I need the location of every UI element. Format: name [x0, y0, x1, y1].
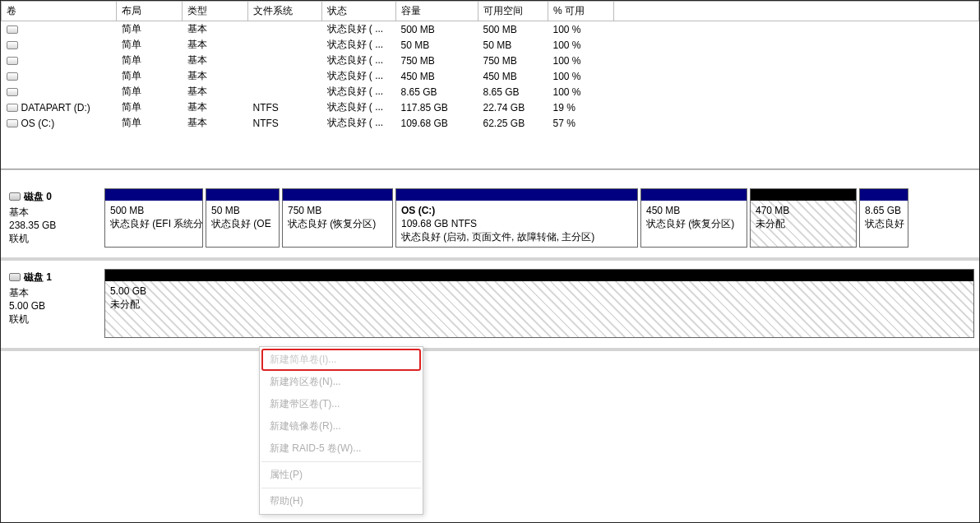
menu-new-spanned-volume[interactable]: 新建跨区卷(N)... [261, 371, 421, 393]
cell-type: 基本 [183, 115, 248, 131]
disk-row-1[interactable]: 磁盘 1 基本 5.00 GB 联机 5.00 GB 未分配 [1, 261, 979, 351]
disk1-unallocated[interactable]: 5.00 GB 未分配 [104, 269, 974, 338]
disk-title-1: 磁盘 1 [24, 271, 52, 284]
table-row[interactable]: 简单基本状态良好 ( ...8.65 GB8.65 GB100 % [2, 84, 979, 100]
menu-new-raid5-volume[interactable]: 新建 RAID-5 卷(W)... [261, 437, 421, 462]
cell-type: 基本 [183, 68, 248, 84]
cell-status: 状态良好 ( ... [322, 68, 396, 84]
menu-properties[interactable]: 属性(P) [261, 464, 421, 488]
partition-status: 状态良好 (恢复分区) [288, 217, 387, 230]
col-volume[interactable]: 卷 [2, 2, 117, 21]
partition-title: OS (C:) [401, 204, 632, 217]
table-row[interactable]: 简单基本状态良好 ( ...500 MB500 MB100 % [2, 21, 979, 38]
cell-filesystem [248, 84, 322, 100]
volume-icon [7, 25, 18, 34]
table-row[interactable]: 简单基本状态良好 ( ...750 MB750 MB100 % [2, 53, 979, 68]
cell-free: 62.25 GB [478, 115, 548, 131]
partition-status: 状态良好 [865, 217, 903, 230]
partition-size: 500 MB [110, 204, 197, 217]
partition-size: 470 MB [756, 204, 851, 217]
col-filesystem[interactable]: 文件系统 [248, 2, 322, 21]
partition-status: 未分配 [110, 298, 968, 311]
table-row[interactable]: 简单基本状态良好 ( ...450 MB450 MB100 % [2, 68, 979, 84]
context-menu[interactable]: 新建简单卷(I)... 新建跨区卷(N)... 新建带区卷(T)... 新建镜像… [259, 346, 423, 515]
disk-type-0: 基本 [9, 206, 101, 219]
cell-status: 状态良好 ( ... [322, 21, 396, 38]
volume-icon [7, 104, 18, 112]
column-header-row[interactable]: 卷 布局 类型 文件系统 状态 容量 可用空间 % 可用 [2, 2, 979, 21]
cell-status: 状态良好 ( ... [322, 115, 396, 131]
disk1-partitions: 5.00 GB 未分配 [104, 269, 974, 338]
col-type[interactable]: 类型 [183, 2, 248, 21]
partition[interactable]: 8.65 GB状态良好 [859, 188, 908, 248]
disk0-partitions: 500 MB状态良好 (EFI 系统分区)50 MB状态良好 (OE750 MB… [104, 188, 974, 248]
col-status[interactable]: 状态 [322, 2, 396, 21]
disks-graphical-panel: 磁盘 0 基本 238.35 GB 联机 500 MB状态良好 (EFI 系统分… [1, 169, 979, 351]
table-row[interactable]: 简单基本状态良好 ( ...50 MB50 MB100 % [2, 37, 979, 53]
disk-icon [9, 273, 21, 281]
cell-capacity: 500 MB [396, 21, 478, 38]
partition[interactable]: 50 MB状态良好 (OE [206, 188, 280, 248]
cell-status: 状态良好 ( ... [322, 84, 396, 100]
cell-layout: 简单 [117, 84, 183, 100]
disk-state-0: 联机 [9, 232, 101, 245]
cell-capacity: 750 MB [396, 53, 478, 68]
partition-header-bar [206, 189, 279, 201]
partition-size: 8.65 GB [865, 204, 903, 217]
partition-size: 750 MB [288, 204, 387, 217]
partition-status: 状态良好 (恢复分区) [646, 217, 742, 230]
cell-filesystem: NTFS [248, 100, 322, 115]
disk-info-0: 磁盘 0 基本 238.35 GB 联机 [6, 188, 104, 248]
menu-new-mirrored-volume[interactable]: 新建镜像卷(R)... [261, 415, 421, 437]
cell-type: 基本 [183, 84, 248, 100]
cell-type: 基本 [183, 100, 248, 115]
partition[interactable]: OS (C:)109.68 GB NTFS状态良好 (启动, 页面文件, 故障转… [395, 188, 638, 248]
cell-capacity: 109.68 GB [396, 115, 478, 131]
partition[interactable]: 750 MB状态良好 (恢复分区) [282, 188, 393, 248]
partition-header-bar [641, 189, 747, 201]
cell-status: 状态良好 ( ... [322, 100, 396, 115]
cell-layout: 简单 [117, 37, 183, 53]
partition-header-bar [860, 189, 908, 201]
cell-capacity: 117.85 GB [396, 100, 478, 115]
volume-icon [7, 72, 18, 81]
menu-help[interactable]: 帮助(H) [261, 490, 421, 512]
cell-type: 基本 [183, 37, 248, 53]
disk-state-1: 联机 [9, 312, 101, 326]
partition-status: 状态良好 (启动, 页面文件, 故障转储, 主分区) [401, 230, 632, 243]
disk-size-0: 238.35 GB [9, 219, 101, 232]
cell-pct: 57 % [548, 115, 614, 131]
disk-row-0[interactable]: 磁盘 0 基本 238.35 GB 联机 500 MB状态良好 (EFI 系统分… [1, 170, 979, 261]
partition-size: 50 MB [211, 204, 274, 217]
col-pct[interactable]: % 可用 [548, 2, 614, 21]
volume-table[interactable]: 卷 布局 类型 文件系统 状态 容量 可用空间 % 可用 简单基本状态良好 ( … [1, 1, 979, 131]
table-row[interactable]: OS (C:)简单基本NTFS状态良好 ( ...109.68 GB62.25 … [2, 115, 979, 131]
disk-info-1: 磁盘 1 基本 5.00 GB 联机 [6, 269, 104, 338]
partition-header-bar [396, 189, 637, 201]
cell-volume: OS (C:) [21, 118, 55, 129]
partition-header-bar [105, 270, 973, 281]
cell-status: 状态良好 ( ... [322, 37, 396, 53]
partition[interactable]: 500 MB状态良好 (EFI 系统分区) [104, 188, 203, 248]
col-capacity[interactable]: 容量 [396, 2, 478, 21]
menu-new-striped-volume[interactable]: 新建带区卷(T)... [261, 393, 421, 415]
cell-free: 8.65 GB [478, 84, 548, 100]
cell-pct: 100 % [548, 21, 614, 38]
col-layout[interactable]: 布局 [117, 2, 183, 21]
cell-layout: 简单 [117, 53, 183, 68]
cell-layout: 简单 [117, 21, 183, 38]
partition[interactable]: 450 MB状态良好 (恢复分区) [640, 188, 747, 248]
cell-layout: 简单 [117, 100, 183, 115]
disk-size-1: 5.00 GB [9, 299, 101, 312]
cell-pct: 100 % [548, 84, 614, 100]
cell-filesystem: NTFS [248, 115, 322, 131]
table-row[interactable]: DATAPART (D:)简单基本NTFS状态良好 ( ...117.85 GB… [2, 100, 979, 115]
disk-type-1: 基本 [9, 286, 101, 299]
col-free[interactable]: 可用空间 [478, 2, 548, 21]
menu-new-simple-volume[interactable]: 新建简单卷(I)... [261, 349, 421, 371]
partition-unallocated[interactable]: 470 MB未分配 [750, 188, 857, 248]
cell-free: 450 MB [478, 68, 548, 84]
partition-status: 状态良好 (OE [211, 217, 274, 230]
cell-capacity: 8.65 GB [396, 84, 478, 100]
cell-volume: DATAPART (D:) [21, 102, 90, 113]
